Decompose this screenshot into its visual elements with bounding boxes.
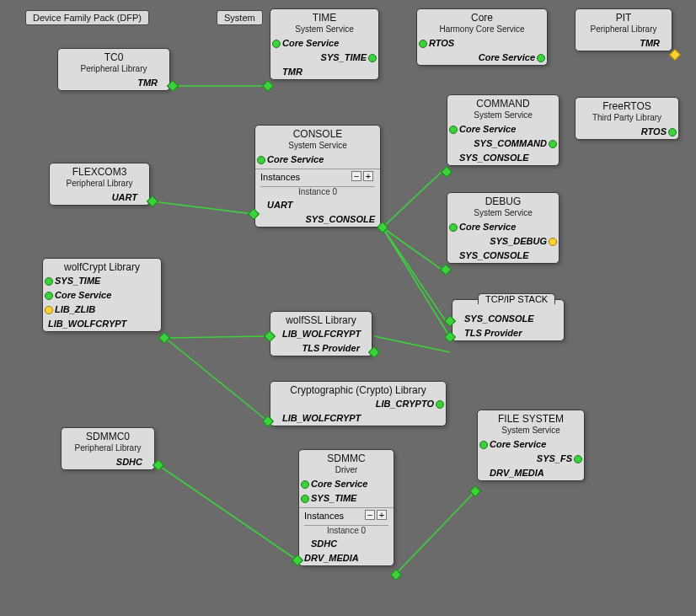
minus-button[interactable]: −	[351, 171, 361, 181]
node-filesystem[interactable]: FILE SYSTEM System Service Core Service …	[477, 410, 585, 481]
dot-icon	[45, 292, 53, 300]
dot-icon	[479, 441, 488, 449]
node-title: FLEXCOM3	[50, 163, 149, 179]
dot-icon	[419, 40, 427, 48]
node-subtitle: System Service	[255, 141, 380, 153]
node-title: wolfSSL Library	[270, 312, 372, 327]
node-sdmmc[interactable]: SDMMC Driver Core Service SYS_TIME Insta…	[298, 449, 394, 566]
node-subtitle: Harmony Core Service	[417, 24, 547, 36]
dot-icon	[272, 40, 281, 48]
node-time[interactable]: TIME System Service Core Service SYS_TIM…	[270, 8, 379, 80]
svg-line-3	[165, 336, 270, 338]
svg-line-2	[374, 336, 450, 352]
svg-line-1	[153, 201, 254, 214]
node-title: Cryptographic (Crypto) Library	[270, 382, 446, 397]
instances-section: Instances − +	[299, 507, 394, 523]
node-debug[interactable]: DEBUG System Service Core Service SYS_DE…	[447, 192, 559, 264]
node-subtitle: Peripheral Library	[62, 443, 154, 455]
node-subtitle: System Service	[447, 110, 559, 122]
node-wolfcrypt[interactable]: wolfCrypt Library SYS_TIME Core Service …	[42, 258, 162, 332]
node-pit[interactable]: PIT Peripheral Library TMR	[575, 8, 672, 51]
node-subtitle: Peripheral Library	[58, 64, 169, 76]
dot-icon	[574, 455, 582, 463]
node-core[interactable]: Core Harmony Core Service RTOS Core Serv…	[416, 8, 548, 66]
node-crypto[interactable]: Cryptographic (Crypto) Library LIB_CRYPT…	[270, 381, 447, 426]
dot-icon	[537, 54, 545, 62]
node-title: wolfCrypt Library	[43, 259, 161, 274]
dot-icon	[449, 223, 458, 232]
plus-button[interactable]: +	[377, 510, 387, 520]
node-command[interactable]: COMMAND System Service Core Service SYS_…	[447, 94, 559, 166]
svg-line-4	[165, 338, 268, 421]
node-freertos[interactable]: FreeRTOS Third Party Library RTOS	[575, 97, 679, 140]
dot-icon	[301, 495, 309, 503]
node-title: FILE SYSTEM	[478, 410, 584, 426]
port-debug-sysconsole[interactable]	[440, 264, 452, 276]
dot-icon	[45, 306, 53, 314]
port-pit-tmr[interactable]	[669, 49, 681, 61]
node-subtitle: Driver	[299, 465, 394, 477]
svg-line-5	[158, 465, 297, 560]
port-sdmmc-drvmedia[interactable]	[390, 569, 402, 581]
node-subtitle: System Service	[478, 426, 584, 437]
node-subtitle: System Service	[447, 208, 559, 220]
dot-icon	[301, 480, 309, 489]
port-filesys-drvmedia[interactable]	[469, 485, 481, 497]
node-title: SDMMC	[299, 450, 394, 465]
node-title: TIME	[270, 9, 378, 24]
instances-section: Instances − +	[255, 169, 380, 185]
node-tcpip[interactable]: TCP/IP STACK SYS_CONSOLE TLS Provider	[452, 299, 565, 341]
instance-0-header: Instance 0	[304, 525, 388, 537]
node-wolfssl[interactable]: wolfSSL Library LIB_WOLFCRYPT TLS Provid…	[270, 311, 372, 356]
instance-0-header: Instance 0	[260, 186, 375, 198]
node-tc0[interactable]: TC0 Peripheral Library TMR	[57, 48, 170, 91]
node-subtitle: System Service	[270, 24, 378, 36]
node-title: TCP/IP STACK	[478, 293, 555, 304]
dot-icon	[668, 128, 677, 137]
node-subtitle: Peripheral Library	[576, 24, 672, 36]
dot-icon	[436, 400, 444, 409]
dot-icon	[549, 238, 557, 246]
dot-icon	[449, 126, 458, 134]
node-sdmmc0[interactable]: SDMMC0 Peripheral Library SDHC	[61, 427, 155, 470]
port-command-sysconsole[interactable]	[441, 166, 452, 178]
svg-line-6	[395, 491, 475, 575]
node-title: TC0	[58, 49, 169, 64]
tag-dfp: Device Family Pack (DFP)	[25, 10, 149, 25]
node-title: SDMMC0	[62, 428, 154, 443]
dot-icon	[549, 140, 557, 148]
node-title: PIT	[576, 9, 672, 24]
dot-icon	[257, 156, 265, 164]
node-subtitle: Third Party Library	[576, 113, 678, 125]
minus-button[interactable]: −	[365, 510, 375, 520]
node-title: FreeRTOS	[576, 98, 678, 113]
tag-system: System	[217, 10, 263, 25]
node-title: Core	[417, 9, 547, 24]
node-title: COMMAND	[447, 95, 559, 110]
node-title: DEBUG	[447, 193, 559, 208]
node-title: CONSOLE	[255, 126, 380, 141]
node-console[interactable]: CONSOLE System Service Core Service Inst…	[254, 125, 381, 228]
port-wolfcrypt-out[interactable]	[158, 332, 170, 344]
node-subtitle: Peripheral Library	[50, 179, 149, 190]
dot-icon	[45, 277, 53, 286]
dot-icon	[368, 54, 377, 62]
node-flexcom3[interactable]: FLEXCOM3 Peripheral Library UART	[49, 163, 150, 206]
port-time-tmr[interactable]	[262, 80, 274, 92]
plus-button[interactable]: +	[363, 171, 373, 181]
